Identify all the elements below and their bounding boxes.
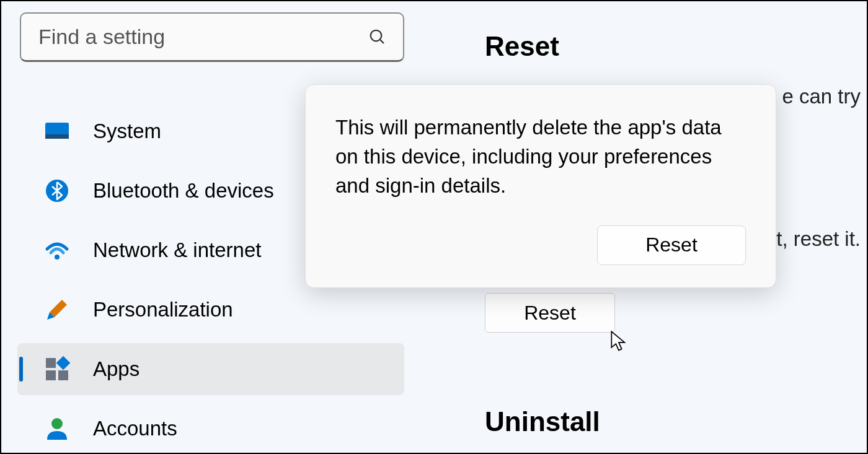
search-box [20, 12, 404, 62]
sidebar-item-accounts[interactable]: Accounts [17, 403, 404, 454]
svg-rect-8 [46, 370, 56, 380]
svg-line-1 [380, 40, 384, 43]
reset-button[interactable]: Reset [485, 293, 615, 333]
apps-icon [43, 356, 71, 383]
flyout-actions: Reset [335, 225, 746, 265]
search-icon [368, 28, 387, 46]
reset-confirmation-flyout: This will permanently delete the app's d… [305, 84, 776, 288]
svg-rect-6 [46, 358, 56, 368]
svg-point-5 [55, 255, 60, 260]
search-input[interactable] [20, 12, 404, 62]
flyout-message: This will permanently delete the app's d… [335, 113, 746, 201]
sidebar-item-label: Apps [93, 357, 140, 381]
svg-rect-9 [58, 370, 68, 380]
accounts-icon [43, 415, 71, 442]
sidebar-item-personalization[interactable]: Personalization [17, 284, 404, 336]
sidebar-item-label: Accounts [93, 417, 177, 440]
svg-point-0 [371, 30, 382, 41]
svg-rect-3 [45, 134, 69, 139]
uninstall-heading: Uninstall [485, 406, 600, 437]
sidebar-item-apps[interactable]: Apps [17, 343, 404, 395]
main-content: Reset e can try t, reset it. Reset This … [423, 12, 867, 453]
bluetooth-icon [43, 177, 71, 204]
reset-heading: Reset [485, 31, 867, 62]
paintbrush-icon [43, 296, 71, 323]
flyout-reset-button[interactable]: Reset [597, 225, 746, 265]
wifi-icon [43, 237, 71, 264]
svg-rect-7 [56, 356, 71, 370]
sidebar-item-label: Bluetooth & devices [93, 179, 274, 203]
partial-text-top: e can try [782, 85, 861, 108]
sidebar-item-label: System [93, 120, 161, 143]
sidebar-item-label: Network & internet [93, 238, 261, 262]
cursor-icon [610, 330, 627, 352]
svg-point-10 [51, 418, 63, 429]
sidebar-item-label: Personalization [93, 298, 233, 321]
partial-text-mid: t, reset it. [776, 227, 861, 251]
system-icon [43, 118, 71, 145]
